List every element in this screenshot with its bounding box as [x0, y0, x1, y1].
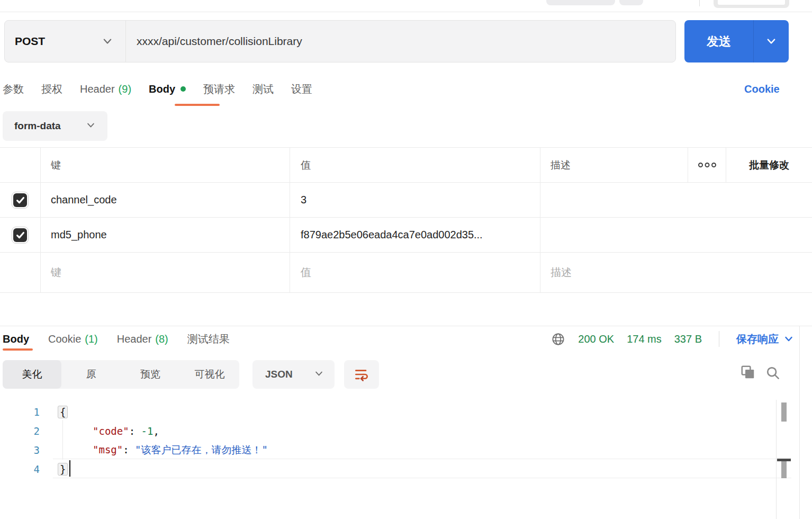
cookie-link[interactable]: Cookie — [744, 74, 780, 104]
send-button[interactable]: 发送 — [684, 20, 789, 62]
url-input[interactable]: xxxx/api/customer/collisionLibrary — [137, 20, 302, 62]
json-key: "code" — [93, 425, 129, 437]
send-options-chevron-down-icon[interactable] — [754, 20, 789, 62]
meta-divider — [719, 331, 719, 347]
response-tab-body-label: Body — [3, 333, 29, 345]
value-input[interactable]: 3 — [290, 183, 540, 217]
row-checkbox-checked[interactable] — [12, 192, 29, 209]
search-response-button[interactable] — [765, 365, 781, 381]
key-value: channel_code — [51, 194, 117, 206]
code-line: 2 "code": -1, — [0, 422, 776, 441]
tab-header[interactable]: Header(9) — [80, 83, 131, 95]
send-label: 发送 — [684, 20, 753, 62]
method-url-divider — [125, 21, 126, 62]
response-meta: 200 OK 174 ms 337 B 保存响应 — [551, 326, 794, 352]
view-preview-tab[interactable]: 预览 — [121, 360, 180, 389]
response-body-editor[interactable]: 1 { 2 "code": -1, 3 "msg": "该客户已存在，请勿推送！… — [0, 402, 776, 479]
value-value: f879ae2b5e06eada4ca7e0ad002d35... — [301, 229, 483, 241]
response-tab-header-label: Header — [117, 333, 152, 345]
status-badge: 200 OK — [578, 333, 614, 345]
view-pretty-tab[interactable]: 美化 — [3, 360, 61, 389]
json-string-value: "该客户已存在，请勿推送！" — [135, 444, 268, 455]
tab-pre-request-label: 预请求 — [203, 82, 235, 96]
copy-icon — [740, 364, 756, 380]
tab-body-label: Body — [149, 83, 175, 95]
response-tab-cookie-count: (1) — [85, 333, 97, 345]
tab-settings-label: 设置 — [291, 82, 312, 96]
response-tab-body[interactable]: Body — [3, 333, 29, 345]
description-input[interactable] — [540, 183, 812, 217]
top-partial-button-1[interactable] — [546, 0, 615, 5]
body-mode-chevron-down-icon — [86, 120, 96, 132]
method-label: POST — [15, 35, 45, 48]
new-key-input[interactable]: 键 — [41, 253, 290, 292]
response-tab-test-results-label: 测试结果 — [187, 332, 230, 346]
method-chevron-down-icon[interactable] — [102, 20, 113, 62]
view-visualize-tab[interactable]: 可视化 — [180, 360, 239, 389]
tab-params[interactable]: 参数 — [3, 82, 24, 96]
colon: : — [123, 444, 129, 455]
active-line-bottom-border — [53, 478, 791, 478]
open-brace: { — [58, 406, 68, 418]
tab-pre-request[interactable]: 预请求 — [203, 82, 235, 96]
scrollbar-thumb[interactable] — [781, 461, 787, 478]
check-icon — [15, 195, 25, 205]
description-input[interactable] — [540, 218, 812, 252]
key-input[interactable]: md5_phone — [41, 218, 290, 252]
json-key: "msg" — [93, 444, 123, 455]
new-description-input[interactable]: 描述 — [540, 253, 812, 292]
method-select[interactable]: POST — [15, 20, 45, 62]
format-chevron-down-icon — [314, 369, 324, 381]
text-cursor — [69, 460, 70, 477]
table-new-row: 键 值 描述 — [0, 253, 812, 293]
cookie-link-label: Cookie — [744, 83, 780, 95]
active-response-tab-underline — [3, 348, 33, 351]
view-pretty-label: 美化 — [22, 368, 42, 381]
body-mode-select[interactable]: form-data — [3, 111, 107, 141]
tab-settings[interactable]: 设置 — [291, 82, 312, 96]
view-visualize-label: 可视化 — [195, 368, 225, 381]
globe-icon[interactable] — [551, 332, 565, 346]
search-icon — [765, 365, 781, 381]
save-response-button[interactable]: 保存响应 — [736, 332, 794, 346]
tab-tests-label: 测试 — [252, 82, 274, 96]
new-value-input[interactable]: 值 — [290, 253, 540, 292]
value-value: 3 — [301, 194, 306, 206]
scrollbar-thumb[interactable] — [781, 402, 787, 422]
format-select[interactable]: JSON — [252, 360, 335, 389]
editor-right-border — [776, 400, 777, 519]
key-input[interactable]: channel_code — [41, 183, 290, 217]
view-raw-tab[interactable]: 原 — [61, 360, 121, 389]
save-response-label: 保存响应 — [736, 332, 779, 346]
top-partial-button-3[interactable] — [714, 0, 789, 8]
body-mode-label: form-data — [14, 120, 61, 132]
wrap-text-icon — [353, 366, 370, 383]
active-line-top-border — [53, 459, 791, 459]
checkbox-fill — [13, 193, 27, 207]
check-icon — [15, 230, 25, 240]
tab-tests[interactable]: 测试 — [252, 82, 274, 96]
copy-response-button[interactable] — [740, 364, 756, 380]
view-raw-label: 原 — [86, 368, 96, 381]
more-options-button[interactable] — [688, 148, 726, 182]
code-line: 3 "msg": "该客户已存在，请勿推送！" — [0, 441, 776, 460]
row-checkbox-checked[interactable] — [12, 227, 29, 244]
new-row-checkbox-cell — [0, 253, 41, 292]
line-number: 4 — [0, 463, 40, 475]
bulk-edit-button[interactable]: 批量修改 — [726, 148, 812, 182]
response-tab-test-results[interactable]: 测试结果 — [187, 332, 230, 346]
response-tab-header[interactable]: Header(8) — [117, 333, 168, 345]
response-tab-cookie[interactable]: Cookie(1) — [48, 333, 98, 345]
three-circles-icon — [698, 162, 717, 168]
tab-body[interactable]: Body — [149, 83, 186, 95]
tab-header-count: (9) — [119, 83, 131, 95]
api-client-window: POST xxxx/api/customer/collisionLibrary … — [0, 0, 812, 519]
tab-auth[interactable]: 授权 — [41, 82, 62, 96]
wrap-text-button[interactable] — [344, 360, 379, 389]
top-partial-button-2[interactable] — [619, 0, 643, 5]
value-input[interactable]: f879ae2b5e06eada4ca7e0ad002d35... — [290, 218, 540, 252]
response-tabs: Body Cookie(1) Header(8) 测试结果 — [3, 326, 230, 352]
tab-params-label: 参数 — [3, 82, 24, 96]
response-view-segments: 美化 原 预览 可视化 — [3, 360, 239, 389]
column-header-description: 描述 — [551, 158, 571, 172]
